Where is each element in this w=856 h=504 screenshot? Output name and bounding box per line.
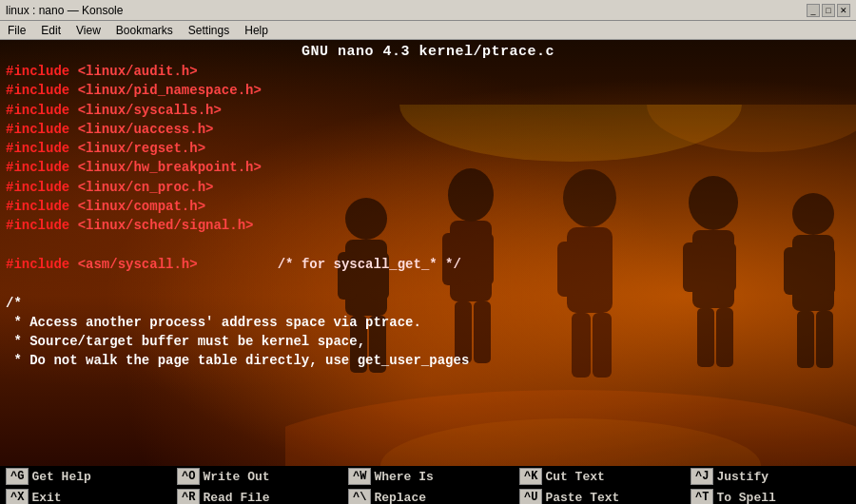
cmd-get-help: ^G Get Help (0, 468, 171, 485)
code-line-10 (6, 236, 850, 255)
label-paste-text: Paste Text (545, 491, 619, 505)
cmd-where-is: ^W Where Is (342, 468, 514, 485)
title-bar: linux : nano — Konsole _ □ ✕ (0, 0, 856, 21)
status-row-1: ^G Get Help ^O Write Out ^W Where Is ^K … (0, 466, 856, 487)
code-line-16: * Do not walk the page table directly, u… (6, 351, 850, 370)
key-ctrl-x: ^X (6, 489, 29, 504)
label-to-spell: To Spell (716, 491, 775, 505)
code-line-15: * Source/target buffer must be kernel sp… (6, 332, 850, 351)
key-ctrl-o: ^O (177, 468, 200, 485)
code-line-12 (6, 274, 850, 293)
menu-view[interactable]: View (72, 24, 105, 37)
title-text: linux : nano — Konsole (6, 4, 123, 17)
minimize-button[interactable]: _ (807, 4, 820, 17)
label-exit: Exit (31, 491, 61, 505)
maximize-button[interactable]: □ (822, 4, 835, 17)
code-line-6: #include <linux/hw_breakpoint.h> (6, 158, 850, 177)
menu-help[interactable]: Help (241, 24, 272, 37)
cmd-write-out: ^O Write Out (171, 468, 342, 485)
menu-bar: File Edit View Bookmarks Settings Help (0, 21, 856, 40)
code-line-3: #include <linux/syscalls.h> (6, 101, 850, 120)
key-ctrl-u: ^U (519, 489, 542, 504)
key-ctrl-t: ^T (691, 489, 713, 504)
label-read-file: Read File (203, 491, 269, 505)
status-bar: ^G Get Help ^O Write Out ^W Where Is ^K … (0, 466, 856, 504)
menu-file[interactable]: File (4, 24, 29, 37)
code-line-9: #include <linux/sched/signal.h> (6, 216, 850, 235)
code-line-2: #include <linux/pid_namespace.h> (6, 81, 850, 100)
code-line-7: #include <linux/cn_proc.h> (6, 178, 850, 197)
label-write-out: Write Out (203, 470, 269, 484)
code-line-11: #include <asm/syscall.h> /* for syscall_… (6, 255, 850, 274)
nano-header: GNU nano 4.3 kernel/ptrace.c (0, 40, 856, 62)
cmd-cut-text: ^K Cut Text (514, 468, 685, 485)
code-line-5: #include <linux/regset.h> (6, 139, 850, 158)
cmd-replace: ^\ Replace (342, 489, 514, 504)
code-line-4: #include <linux/uaccess.h> (6, 120, 850, 139)
label-replace: Replace (374, 491, 426, 505)
key-ctrl-g: ^G (6, 468, 29, 485)
cmd-paste-text: ^U Paste Text (514, 489, 685, 504)
cmd-read-file: ^R Read File (171, 489, 342, 504)
code-line-13: /* (6, 294, 850, 313)
label-get-help: Get Help (31, 470, 90, 484)
code-line-1: #include <linux/audit.h> (6, 62, 850, 81)
status-row-2: ^X Exit ^R Read File ^\ Replace ^U Paste… (0, 487, 856, 504)
editor-area: GNU nano 4.3 kernel/ptrace.c #include <l… (0, 40, 856, 466)
label-where-is: Where Is (374, 470, 433, 484)
key-ctrl-j: ^J (691, 468, 713, 485)
key-ctrl-backslash: ^\ (348, 489, 371, 504)
label-justify: Justify (716, 470, 768, 484)
key-ctrl-k: ^K (519, 468, 542, 485)
close-button[interactable]: ✕ (837, 4, 850, 17)
menu-edit[interactable]: Edit (37, 24, 65, 37)
key-ctrl-r: ^R (177, 489, 200, 504)
code-line-14: * Access another process' address space … (6, 313, 850, 332)
menu-settings[interactable]: Settings (185, 24, 233, 37)
code-line-8: #include <linux/compat.h> (6, 197, 850, 216)
cmd-justify: ^J Justify (685, 468, 856, 485)
cmd-to-spell: ^T To Spell (685, 489, 856, 504)
menu-bookmarks[interactable]: Bookmarks (112, 24, 177, 37)
window-controls[interactable]: _ □ ✕ (807, 4, 850, 17)
cmd-exit: ^X Exit (0, 489, 171, 504)
key-ctrl-w: ^W (348, 468, 371, 485)
code-content[interactable]: #include <linux/audit.h> #include <linux… (0, 62, 856, 371)
label-cut-text: Cut Text (545, 470, 604, 484)
